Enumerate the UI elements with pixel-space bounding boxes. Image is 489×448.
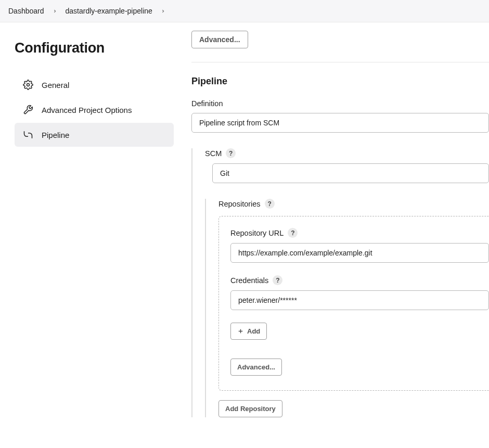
definition-select[interactable] <box>191 113 489 133</box>
credentials-label: Credentials ? <box>230 275 489 285</box>
sidebar-item-general[interactable]: General <box>15 73 174 97</box>
breadcrumb-item-pipeline[interactable]: dastardly-example-pipeline <box>66 7 152 15</box>
sidebar-item-label: Advanced Project Options <box>42 106 132 114</box>
section-title-pipeline: Pipeline <box>191 76 489 87</box>
advanced-repo-button[interactable]: Advanced... <box>230 359 282 376</box>
wrench-icon <box>23 105 33 115</box>
help-icon[interactable]: ? <box>273 275 282 285</box>
scm-section: SCM ? Repositories ? Repository URL ? <box>191 148 489 417</box>
breadcrumb-item-dashboard[interactable]: Dashboard <box>8 7 44 15</box>
svg-point-0 <box>27 84 30 86</box>
repositories-label: Repositories ? <box>218 199 489 209</box>
sidebar-item-advanced[interactable]: Advanced Project Options <box>15 98 174 122</box>
scm-label: SCM ? <box>205 148 489 158</box>
repository-card: Repository URL ? Credentials ? <box>218 216 489 391</box>
sidebar-item-pipeline[interactable]: Pipeline <box>15 123 174 147</box>
main-content: Advanced... Pipeline Definition SCM ? Re… <box>182 22 489 426</box>
sidebar: Configuration General Advanced Project O… <box>0 22 182 426</box>
chevron-right-icon <box>161 9 165 14</box>
add-credentials-button[interactable]: Add <box>230 323 267 340</box>
credentials-select[interactable] <box>230 290 489 310</box>
repositories-section: Repositories ? Repository URL ? Credenti… <box>205 199 489 417</box>
advanced-button[interactable]: Advanced... <box>191 31 248 48</box>
plus-icon <box>237 328 244 335</box>
add-repository-button[interactable]: Add Repository <box>218 400 282 417</box>
help-icon[interactable]: ? <box>288 228 298 238</box>
repo-url-label: Repository URL ? <box>230 228 489 238</box>
definition-label: Definition <box>191 99 489 108</box>
sidebar-item-label: General <box>42 81 69 89</box>
divider <box>191 62 489 62</box>
help-icon[interactable]: ? <box>265 199 275 209</box>
gear-icon <box>23 80 33 90</box>
sidebar-item-label: Pipeline <box>42 131 69 139</box>
help-icon[interactable]: ? <box>226 148 236 158</box>
scm-select[interactable] <box>212 163 489 183</box>
page-title: Configuration <box>15 40 174 56</box>
pipeline-icon <box>23 130 33 140</box>
chevron-right-icon <box>53 9 57 14</box>
repo-url-input[interactable] <box>230 243 489 263</box>
breadcrumb: Dashboard dastardly-example-pipeline <box>0 0 489 22</box>
